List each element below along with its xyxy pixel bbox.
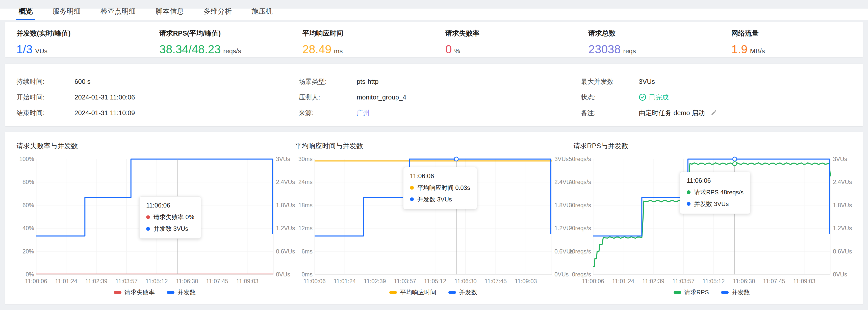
metric-unit: reqs xyxy=(623,47,636,55)
info-value: 2024-01-31 11:00:06 xyxy=(74,93,135,101)
metric-label: 请求总数 xyxy=(588,29,720,38)
legend-swatch-icon xyxy=(448,291,456,294)
legend-item[interactable]: 并发数 xyxy=(167,288,196,297)
y-axis-left-label: 0reqs/s xyxy=(572,271,591,278)
tooltip-time: 11:06:06 xyxy=(410,173,470,180)
tab-item-5[interactable]: 施压机 xyxy=(249,6,275,20)
legend-swatch-icon xyxy=(114,291,121,294)
chart-legend: 请求RPS并发数 xyxy=(593,288,830,297)
metric-unit: % xyxy=(455,47,460,55)
chart-plot-area[interactable]: 11:00:0611:01:2411:02:3911:03:5711:05:12… xyxy=(36,159,273,274)
x-axis-label: 11:09:03 xyxy=(236,278,258,285)
tab-item-4[interactable]: 多维分析 xyxy=(201,6,234,20)
chart-legend: 请求失败率并发数 xyxy=(36,288,273,297)
x-axis-label: 11:09:03 xyxy=(793,278,815,285)
legend-item[interactable]: 请求失败率 xyxy=(114,288,155,297)
metric-value: 0 xyxy=(445,43,452,56)
chart-title: 请求失败率与并发数 xyxy=(17,142,78,151)
metric-1: 请求RPS(平均/峰值)38.34/48.23reqs/s xyxy=(148,22,291,57)
x-axis-label: 11:00:06 xyxy=(582,278,604,285)
chart-0: 请求失败率与并发数100%80%60%40%20%0%3VUs2.4VUs1.8… xyxy=(17,142,294,301)
series-dot-icon xyxy=(410,197,414,201)
y-axis-left-label: 18ms xyxy=(299,202,313,209)
legend-item[interactable]: 并发数 xyxy=(448,288,477,297)
y-axis-left-label: 100% xyxy=(19,156,34,162)
x-axis-label: 11:01:24 xyxy=(55,278,77,285)
y-axis-left-label: 24ms xyxy=(299,179,313,186)
chart-title: 请求RPS与并发数 xyxy=(574,142,628,151)
metric-label: 请求失败率 xyxy=(445,29,577,38)
tab-item-3[interactable]: 脚本信息 xyxy=(153,6,186,20)
scenario-info-card: 持续时间:600 s开始时间:2024-01-31 11:00:06结束时间:2… xyxy=(5,64,863,126)
tab-overview[interactable]: 概览 xyxy=(16,6,35,20)
tooltip-row: 平均响应时间 0.03s xyxy=(410,184,470,192)
y-axis-right-label: 1.2VUs xyxy=(276,225,295,232)
tab-item-1[interactable]: 服务明细 xyxy=(50,6,83,20)
metric-unit: VUs xyxy=(35,47,48,55)
series-dot-icon xyxy=(687,202,690,206)
chart-tooltip: 11:06:06平均响应时间 0.03s并发数 3VUs xyxy=(403,167,477,209)
x-axis-label: 11:02:39 xyxy=(642,278,664,285)
y-axis-right-label: 0.6VUs xyxy=(833,248,852,255)
x-axis-label: 11:01:24 xyxy=(334,278,356,285)
chart-legend: 平均响应时间并发数 xyxy=(315,288,552,297)
y-axis-right-label: 3VUs xyxy=(554,156,568,162)
y-axis-left-label: 50reqs/s xyxy=(569,156,591,162)
legend-item[interactable]: 请求RPS xyxy=(674,288,709,297)
chart-tooltip: 11:06:06请求失败率 0%并发数 3VUs xyxy=(140,196,201,239)
legend-item[interactable]: 并发数 xyxy=(721,288,750,297)
tab-bar: 概览服务明细检查点明细脚本信息多维分析施压机 xyxy=(0,8,868,20)
info-label: 开始时间: xyxy=(17,93,74,102)
metric-label: 请求RPS(平均/峰值) xyxy=(159,29,291,38)
tab-item-2[interactable]: 检查点明细 xyxy=(98,6,138,20)
x-axis-label: 11:06:30 xyxy=(455,278,477,285)
edit-pencil-icon[interactable] xyxy=(710,110,717,116)
info-value: pts-http xyxy=(357,78,379,86)
metric-2: 平均响应时间28.49ms xyxy=(291,22,434,57)
info-label: 备注: xyxy=(581,108,639,117)
status-badge: 已完成 xyxy=(639,93,669,102)
metric-value: 38.34/48.23 xyxy=(159,43,221,56)
x-axis-label: 11:05:12 xyxy=(424,278,446,285)
metric-label: 网络流量 xyxy=(732,29,863,38)
info-value: monitor_group_4 xyxy=(357,93,406,101)
info-value: 2024-01-31 11:10:09 xyxy=(74,109,135,117)
info-row: 备注:由定时任务 demo 启动 xyxy=(581,105,863,121)
info-row: 状态:已完成 xyxy=(581,89,863,105)
source-region-link[interactable]: 广州 xyxy=(357,108,370,117)
info-value: 600 s xyxy=(74,78,91,86)
tooltip-row: 并发数 3VUs xyxy=(146,225,194,233)
y-axis-right-label: 3VUs xyxy=(276,156,290,162)
info-column-1: 场景类型:pts-http压测人:monitor_group_4来源:广州 xyxy=(299,74,581,126)
info-label: 场景类型: xyxy=(299,77,357,86)
metric-label: 平均响应时间 xyxy=(303,29,434,38)
metric-value: 28.49 xyxy=(303,43,332,56)
info-row: 压测人:monitor_group_4 xyxy=(299,89,581,105)
tooltip-row: 并发数 3VUs xyxy=(687,200,744,208)
info-column-0: 持续时间:600 s开始时间:2024-01-31 11:00:06结束时间:2… xyxy=(17,74,299,126)
info-value: 3VUs xyxy=(639,78,655,86)
chart-plot-area[interactable]: 11:00:0611:01:2411:02:3911:03:5711:05:12… xyxy=(315,159,552,274)
y-axis-right-label: 2.4VUs xyxy=(276,179,295,186)
x-axis-label: 11:05:12 xyxy=(146,278,168,285)
y-axis-left-label: 60% xyxy=(23,202,34,209)
info-column-2: 最大并发数3VUs状态:已完成备注:由定时任务 demo 启动 xyxy=(581,74,863,126)
metric-unit: ms xyxy=(334,47,343,55)
chart-plot-area[interactable]: 11:00:0611:01:2411:02:3911:03:5711:05:12… xyxy=(593,159,830,274)
legend-item[interactable]: 平均响应时间 xyxy=(389,288,436,297)
metric-value: 1/3 xyxy=(17,43,33,56)
y-axis-right-label: 1.8VUs xyxy=(833,202,852,209)
info-label: 状态: xyxy=(581,93,639,102)
chart-1: 平均响应时间与并发数30ms24ms18ms12ms6ms0ms3VUs2.4V… xyxy=(295,142,573,301)
metric-5: 网络流量1.9MB/s xyxy=(720,22,863,57)
info-row: 最大并发数3VUs xyxy=(581,74,863,89)
chart-title: 平均响应时间与并发数 xyxy=(295,142,363,151)
series-dot-icon xyxy=(146,215,150,219)
series-dot-icon xyxy=(687,190,690,194)
y-axis-left-label: 12ms xyxy=(299,225,313,232)
tooltip-time: 11:06:06 xyxy=(146,202,194,209)
metric-4: 请求总数23038reqs xyxy=(577,22,720,57)
legend-swatch-icon xyxy=(721,291,728,294)
info-row: 结束时间:2024-01-31 11:10:09 xyxy=(17,105,299,121)
metric-value: 1.9 xyxy=(732,43,748,56)
